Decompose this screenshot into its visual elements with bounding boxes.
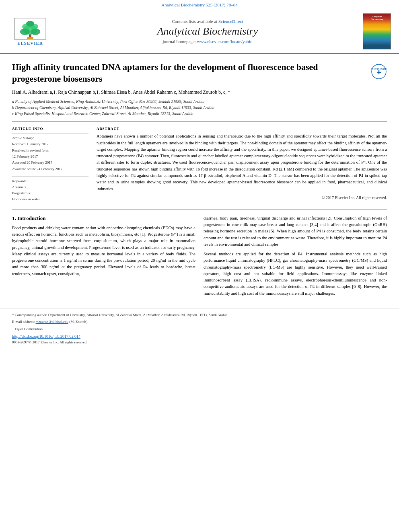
- footer-copyright: 0003-2697/© 2017 Elsevier Inc. All right…: [12, 340, 387, 344]
- body-content: 1. Introduction Food products and drinki…: [12, 215, 387, 300]
- article-history: Article history: Received 1 January 2017…: [12, 133, 88, 172]
- available-online: Available online 24 February 2017: [12, 166, 88, 172]
- homepage-url[interactable]: www.elsevier.com/locate/yabio: [197, 39, 252, 44]
- email-note: (M. Zourob).: [69, 320, 88, 324]
- affiliations: a Faculty of Applied Medical Sciences, K…: [12, 99, 387, 117]
- footnote-3: 1 Equal Contribution.: [12, 327, 387, 332]
- intro-para1: Food products and drinking water contami…: [12, 225, 195, 277]
- journal-citation-text: Analytical Biochemistry 525 (2017) 78–84: [161, 2, 237, 7]
- received-revised: Received in revised form 12 February 201…: [12, 148, 88, 160]
- article-info-abstract: ARTICLE INFO Article history: Received 1…: [12, 121, 387, 202]
- sciencedirect-link[interactable]: ScienceDirect: [218, 19, 243, 24]
- affiliation-c: c King Faisal Specialist Hospital and Re…: [12, 111, 387, 117]
- abstract-label: ABSTRACT: [97, 127, 387, 131]
- svg-rect-7: [27, 37, 33, 39]
- keywords-label: Keywords:: [12, 179, 88, 183]
- article-info-label: ARTICLE INFO: [12, 127, 88, 131]
- section-divider: [12, 209, 387, 210]
- affiliation-b: b Department of Chemistry, Alfaisal Univ…: [12, 105, 387, 111]
- affiliation-a: a Faculty of Applied Medical Sciences, K…: [12, 99, 387, 105]
- article-title-section: High affinity truncated DNA aptamers for…: [12, 62, 387, 84]
- main-content: High affinity truncated DNA aptamers for…: [0, 54, 399, 300]
- keywords-section: Keywords: Aptamers Progesterone Hormones…: [12, 176, 88, 203]
- abstract-copyright: © 2017 Elsevier Inc. All rights reserved…: [97, 195, 387, 200]
- keyword-1: Aptamers: [12, 184, 88, 190]
- elsevier-logo: ELSEVIER: [8, 18, 52, 45]
- elsevier-wordmark: ELSEVIER: [17, 41, 43, 45]
- journal-cover-thumbnail: Analytical Biochemistry: [363, 13, 391, 49]
- svg-point-3: [31, 29, 40, 35]
- accepted-date: Accepted 20 February 2017: [12, 160, 88, 166]
- introduction-heading: 1. Introduction: [12, 215, 195, 222]
- doi-line: http://dx.doi.org/10.1016/j.ab.2017.02.0…: [12, 334, 387, 339]
- contents-line: Contents lists available at ScienceDirec…: [52, 19, 363, 24]
- journal-header: ELSEVIER Contents lists available at Sci…: [0, 9, 399, 54]
- intro-para2: diarrhea, body pain, tiredness, virginal…: [204, 215, 387, 248]
- email-link[interactable]: mzourob@alfaisal.edu: [35, 320, 68, 324]
- svg-point-6: [26, 21, 34, 27]
- abstract-col: ABSTRACT Aptamers have shown a number of…: [97, 127, 387, 202]
- received-date: Received 1 January 2017: [12, 141, 88, 147]
- keyword-3: Hormones in water: [12, 196, 88, 202]
- article-title: High affinity truncated DNA aptamers for…: [12, 62, 371, 84]
- homepage-line: journal homepage: www.elsevier.com/locat…: [52, 39, 363, 44]
- body-right-col: diarrhea, body pain, tiredness, virginal…: [204, 215, 387, 300]
- email-label: E-mail address:: [12, 320, 35, 324]
- article-info-col: ARTICLE INFO Article history: Received 1…: [12, 127, 88, 202]
- journal-citation-bar: Analytical Biochemistry 525 (2017) 78–84: [0, 0, 399, 9]
- footnote-email: E-mail address: mzourob@alfaisal.edu (M.…: [12, 319, 387, 325]
- footnote-1: * Corresponding author. Department of Ch…: [12, 312, 387, 318]
- svg-text:CrossMark: CrossMark: [371, 67, 387, 71]
- footer: * Corresponding author. Department of Ch…: [0, 308, 399, 349]
- keyword-2: Progesterone: [12, 190, 88, 196]
- journal-center-info: Contents lists available at ScienceDirec…: [52, 19, 363, 44]
- body-left-col: 1. Introduction Food products and drinki…: [12, 215, 195, 300]
- crossmark-icon: CrossMark: [371, 64, 387, 80]
- authors-line: Hani A. Alhadrami a,1, Raja Chinnappan b…: [12, 88, 387, 96]
- history-label: Article history:: [12, 136, 88, 140]
- journal-name-header: Analytical Biochemistry: [52, 25, 363, 37]
- intro-para3: Several methods are applied for the dete…: [204, 251, 387, 297]
- abstract-text: Aptamers have shown a number of potentia…: [97, 133, 387, 192]
- doi-link[interactable]: http://dx.doi.org/10.1016/j.ab.2017.02.0…: [12, 334, 80, 339]
- elsevier-tree-icon: [14, 18, 46, 40]
- svg-point-2: [20, 29, 30, 35]
